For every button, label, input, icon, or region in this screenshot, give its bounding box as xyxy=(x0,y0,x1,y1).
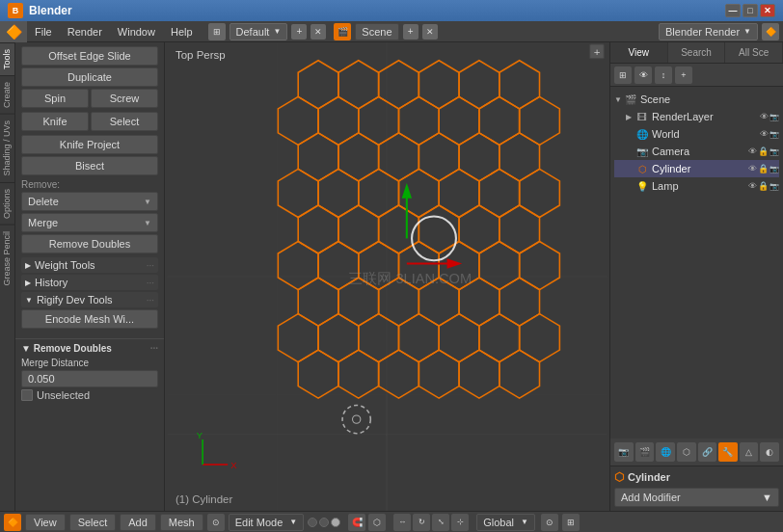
mirror-icon[interactable]: ⬡ xyxy=(368,514,386,531)
renderlayer-render[interactable]: 📷 xyxy=(770,113,779,121)
render-prop-icon[interactable]: 📷 xyxy=(614,442,634,462)
sort-icon[interactable]: ↕ xyxy=(655,66,672,84)
add-modifier-button[interactable]: Add Modifier ▼ xyxy=(614,488,779,507)
pivot-icon[interactable]: ⊙ xyxy=(207,514,225,531)
rigify-dots: ··· xyxy=(147,295,154,306)
scene-prop-icon[interactable]: 🎬 xyxy=(635,442,655,462)
world-prop-icon[interactable]: 🌐 xyxy=(656,442,675,462)
view-button[interactable]: View xyxy=(25,514,66,531)
workspace-dropdown[interactable]: Default ▼ xyxy=(230,23,288,40)
history-header[interactable]: ▶ History ··· xyxy=(21,275,158,290)
data-prop-icon[interactable]: △ xyxy=(740,442,759,462)
camera-lock[interactable]: 🔒 xyxy=(758,146,769,156)
merge-distance-field[interactable]: 0.050 xyxy=(21,370,158,387)
tree-item-cylinder[interactable]: ⬡ Cylinder 👁 🔒 📷 xyxy=(614,160,779,177)
weight-tools-label: Weight Tools xyxy=(35,259,147,271)
overlay-icon[interactable]: ⊞ xyxy=(562,514,580,531)
snap-icon[interactable]: 🧲 xyxy=(348,514,365,531)
cylinder-eye[interactable]: 👁 xyxy=(748,164,757,173)
unselected-checkbox[interactable] xyxy=(21,389,33,401)
menu-window[interactable]: Window xyxy=(110,21,163,42)
cylinder-lock[interactable]: 🔒 xyxy=(758,164,769,173)
object-prop-icon[interactable]: ⬡ xyxy=(677,442,696,462)
world-render[interactable]: 📷 xyxy=(770,130,779,139)
knife-project-button[interactable]: Knife Project xyxy=(21,135,158,154)
vertex-mode-dot[interactable] xyxy=(308,518,317,527)
add-workspace-button[interactable]: + xyxy=(291,24,307,40)
rigify-header[interactable]: ▼ Rigify Dev Tools ··· xyxy=(21,292,158,307)
menu-help[interactable]: Help xyxy=(163,21,201,42)
knife-button[interactable]: Knife xyxy=(21,112,89,131)
blender-logo[interactable]: 🔶 xyxy=(0,21,27,42)
camera-render[interactable]: 📷 xyxy=(770,147,779,156)
global-label: Global xyxy=(483,517,514,528)
spin-button[interactable]: Spin xyxy=(21,89,89,108)
close-scene-button[interactable]: ✕ xyxy=(422,24,438,40)
transform-icon[interactable]: ⊹ xyxy=(451,514,469,531)
new-icon[interactable]: + xyxy=(675,66,692,84)
cylinder-render[interactable]: 📷 xyxy=(770,165,779,173)
menu-render[interactable]: Render xyxy=(60,21,110,42)
add-button[interactable]: Add xyxy=(120,514,156,531)
tree-item-camera[interactable]: 📷 Camera 👁 🔒 📷 xyxy=(614,143,779,160)
vtab-grease[interactable]: Grease Pencil xyxy=(0,225,14,292)
filter-icon[interactable]: ⊞ xyxy=(614,66,632,84)
tree-item-world[interactable]: 🌐 World 👁 📷 xyxy=(614,125,779,143)
merge-dropdown[interactable]: Merge ▼ xyxy=(21,213,158,232)
select-button[interactable]: Select xyxy=(91,112,158,131)
bottombar-icon[interactable]: 🔶 xyxy=(4,514,21,531)
bisect-button[interactable]: Bisect xyxy=(21,156,158,175)
render-engine-dropdown[interactable]: Blender Render ▼ xyxy=(659,23,758,40)
mesh-button[interactable]: Mesh xyxy=(160,514,203,531)
rotate-icon[interactable]: ↻ xyxy=(413,514,430,531)
edit-mode-dropdown[interactable]: Edit Mode ▼ xyxy=(229,514,304,531)
vtab-create[interactable]: Create xyxy=(0,75,14,114)
viewport[interactable]: 三联网 3LIAN.COM Top Persp (1) Cylinder X Y… xyxy=(165,42,609,511)
menu-file[interactable]: File xyxy=(27,21,60,42)
weight-tools-header[interactable]: ▶ Weight Tools ··· xyxy=(21,257,158,273)
scene-widget[interactable]: Scene xyxy=(355,23,398,40)
face-mode-dot[interactable] xyxy=(331,518,340,527)
minimize-button[interactable]: — xyxy=(725,4,741,17)
camera-eye[interactable]: 👁 xyxy=(748,146,757,156)
blender-icon-right[interactable]: 🔶 xyxy=(762,23,779,40)
lamp-lock[interactable]: 🔒 xyxy=(758,181,769,191)
grab-icon[interactable]: ↔ xyxy=(393,514,411,531)
offset-edge-slide-button[interactable]: Offset Edge Slide xyxy=(21,46,158,66)
modifier-prop-icon[interactable]: 🔧 xyxy=(718,442,738,462)
global-dropdown[interactable]: Global ▼ xyxy=(476,514,535,531)
encode-mesh-button[interactable]: Encode Mesh Wi... xyxy=(21,309,158,329)
maximize-button[interactable]: □ xyxy=(742,4,758,17)
lamp-render[interactable]: 📷 xyxy=(770,182,779,191)
edge-mode-dot[interactable] xyxy=(319,518,329,527)
close-button[interactable]: ✕ xyxy=(760,4,775,17)
world-eye[interactable]: 👁 xyxy=(760,129,769,139)
world-label: World xyxy=(652,128,758,140)
vtab-options[interactable]: Options xyxy=(0,182,14,225)
tools-section: Offset Edge Slide Duplicate Spin Screw K… xyxy=(15,42,164,334)
rtab-search[interactable]: Search xyxy=(668,42,726,63)
vtab-shading[interactable]: Shading / UVs xyxy=(0,114,14,182)
delete-dropdown[interactable]: Delete ▼ xyxy=(21,192,158,211)
constraint-prop-icon[interactable]: 🔗 xyxy=(698,442,717,462)
lamp-eye[interactable]: 👁 xyxy=(748,181,757,191)
tree-item-lamp[interactable]: 💡 Lamp 👁 🔒 📷 xyxy=(614,177,779,195)
rtab-view[interactable]: View xyxy=(610,42,668,63)
select-bottom-button[interactable]: Select xyxy=(69,514,117,531)
eye-icon[interactable]: 👁 xyxy=(634,66,652,84)
duplicate-button[interactable]: Duplicate xyxy=(21,67,158,87)
proportional-icon[interactable]: ⊙ xyxy=(541,514,558,531)
render-engine-area: Blender Render ▼ 🔶 xyxy=(659,23,783,40)
renderlayer-eye[interactable]: 👁 xyxy=(760,112,769,121)
tree-item-renderlayer[interactable]: ▶ 🎞 RenderLayer 👁 📷 xyxy=(614,108,779,125)
add-scene-button[interactable]: + xyxy=(403,24,418,40)
remove-doubles-button[interactable]: Remove Doubles xyxy=(21,234,158,253)
screw-button[interactable]: Screw xyxy=(91,89,158,108)
rtab-all-scenes[interactable]: All Sce xyxy=(725,42,783,63)
cylinder-label: Cylinder xyxy=(652,163,746,174)
scale-icon[interactable]: ⤡ xyxy=(432,514,449,531)
tree-item-scene[interactable]: ▼ 🎬 Scene xyxy=(614,91,779,108)
close-workspace-button[interactable]: ✕ xyxy=(310,24,326,40)
vtab-tools[interactable]: Tools xyxy=(0,42,14,75)
material-prop-icon[interactable]: ◐ xyxy=(760,442,779,462)
